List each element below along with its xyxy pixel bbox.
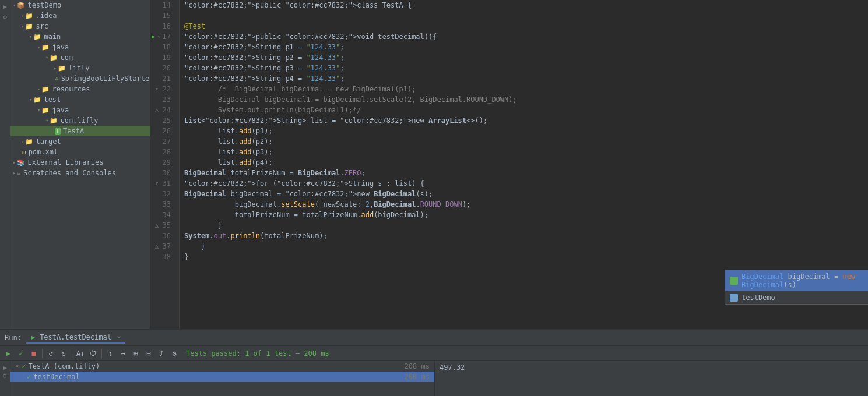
code-line-20[interactable]: "color:#cc7832;">String p3 = "124.33";	[184, 63, 868, 73]
code-line-22[interactable]: /* BigDecimal bigDecimal = new BigDecima…	[184, 84, 868, 94]
code-line-33[interactable]: bigDecimal.setScale( newScale: 2,BigDeci…	[184, 199, 868, 210]
line-num-23: 23	[150, 94, 174, 105]
tree-label-com: com	[60, 54, 73, 62]
popup-item-icon-0	[730, 277, 738, 285]
run-tab-testdecimal[interactable]: ▶ TestA.testDecimal ✕	[26, 332, 125, 344]
tree-item-idea[interactable]: ▸📁.idea	[10, 10, 150, 21]
code-line-31[interactable]: "color:#cc7832;">for ("color:#cc7832;">S…	[184, 178, 868, 189]
tree-item-testdemo[interactable]: ▾📦testDemo	[10, 0, 150, 10]
code-line-17[interactable]: "color:#cc7832;">public "color:#cc7832;"…	[184, 31, 868, 42]
code-line-27[interactable]: list.add(p2);	[184, 136, 868, 147]
code-line-38[interactable]: }	[184, 252, 868, 262]
code-line-19[interactable]: "color:#cc7832;">String p2 = "124.33";	[184, 52, 868, 63]
tree-item-com[interactable]: ▾📁com	[10, 52, 150, 63]
fold-icon-31[interactable]: ▿	[155, 178, 159, 189]
sort-dur-button[interactable]: ⏱	[87, 348, 99, 359]
bottom-left-gutter: ▶ ⊕	[0, 361, 10, 396]
code-line-14[interactable]: "color:#cc7832;">public "color:#cc7832;"…	[184, 0, 868, 10]
code-line-35[interactable]: }	[184, 220, 868, 231]
diff-button[interactable]: ⊞	[130, 348, 142, 359]
code-line-32[interactable]: BigDecimal bigDecimal = "color:#cc7832;"…	[184, 189, 868, 199]
main-area: ▶ ⚙ ▾📦testDemo▸📁.idea▾📁src▾📁main▾📁java▾📁…	[0, 0, 868, 329]
code-line-30[interactable]: BigDecimal totalPrizeNum = BigDecimal.ZE…	[184, 168, 868, 178]
tree-icon-target: 📁	[25, 138, 33, 146]
sort-alpha-button[interactable]: A↓	[75, 348, 86, 359]
tree-item-com-lifly[interactable]: ▾📁com.lifly	[10, 115, 150, 126]
nav-icon-1[interactable]: ▶	[1, 2, 9, 10]
autocomplete-popup: BigDecimal bigDecimal = new BigDecimal(s…	[725, 270, 868, 305]
tree-label-scratches: Scratches and Consoles	[23, 169, 116, 177]
code-line-28[interactable]: list.add(p3);	[184, 147, 868, 157]
fold-icon-22[interactable]: ▿	[155, 84, 159, 94]
run-gutter-icon-2[interactable]: ⊕	[1, 372, 9, 380]
run-gutter-icon-1[interactable]: ▶	[1, 363, 9, 372]
code-line-34[interactable]: totalPrizeNum = totalPrizeNum.add(bigDec…	[184, 210, 868, 220]
tree-view-button[interactable]: ⊟	[143, 348, 154, 359]
run-gutter-icon[interactable]: ▶	[152, 31, 155, 42]
line-numbers: 141516▶▿1718192021▿2223△24252627282930▿3…	[150, 0, 180, 329]
tree-item-resources[interactable]: ▸📁resources	[10, 84, 150, 94]
popup-item-1[interactable]: testDemo⋮	[725, 291, 868, 304]
line-num-20: 20	[150, 63, 174, 73]
tree-item-java-test[interactable]: ▾📁java	[10, 105, 150, 115]
tree-icon-pom: m	[22, 148, 26, 156]
fold-end-icon-24[interactable]: △	[155, 105, 159, 115]
tree-item-test[interactable]: ▾📁test	[10, 94, 150, 105]
code-line-21[interactable]: "color:#cc7832;">String p4 = "124.33";	[184, 73, 868, 84]
code-line-26[interactable]: list.add(p1);	[184, 126, 868, 136]
nav-icon-2[interactable]: ⚙	[1, 13, 9, 21]
line-num-24: △24	[150, 105, 174, 115]
code-line-24[interactable]: System.out.println(bigDecimal1);*/	[184, 105, 868, 115]
run-play-button[interactable]: ▶	[2, 348, 14, 359]
tree-item-extlibs[interactable]: ▸📚External Libraries	[10, 157, 150, 168]
code-line-29[interactable]: list.add(p4);	[184, 157, 868, 168]
line-num-26: 26	[150, 126, 174, 136]
run-tab-label: TestA.testDecimal	[40, 333, 111, 341]
code-line-15[interactable]	[184, 10, 868, 21]
line-num-19: 19	[150, 52, 174, 63]
line-num-34: 34	[150, 210, 174, 220]
tree-item-scratches[interactable]: ▸✏Scratches and Consoles	[10, 168, 150, 178]
code-line-18[interactable]: "color:#cc7832;">String p1 = "124.33";	[184, 42, 868, 52]
code-line-37[interactable]: }	[184, 241, 868, 252]
popup-item-label-1: testDemo	[742, 294, 868, 302]
run-tab-close[interactable]: ✕	[117, 334, 121, 340]
tree-label-test: test	[44, 96, 61, 104]
toolbar-sep-2	[72, 349, 72, 358]
fold-end-icon-37[interactable]: △	[155, 241, 159, 252]
code-line-23[interactable]: BigDecimal bigDecimal1 = bigDecimal.setS…	[184, 94, 868, 105]
expand-button[interactable]: ↕	[104, 348, 116, 359]
run-tree-item-1[interactable]: ✓testDecimal208 ms	[10, 372, 434, 382]
toolbar-sep-1	[42, 349, 43, 358]
tree-item-testa[interactable]: TTestA	[10, 126, 150, 136]
fold-end-icon-35[interactable]: △	[155, 220, 159, 231]
export-button[interactable]: ⤴	[156, 348, 167, 359]
collapse-button[interactable]: ↔	[117, 348, 129, 359]
tree-icon-testdemo: 📦	[17, 2, 25, 9]
tree-item-java-main[interactable]: ▾📁java	[10, 42, 150, 52]
run-tree-item-0[interactable]: ▾✓TestA (com.lifly)208 ms	[10, 361, 434, 372]
code-line-25[interactable]: List<"color:#cc7832;">String> list = "co…	[184, 115, 868, 126]
tree-icon-testa: T	[55, 128, 61, 135]
pass-status: Tests passed: 1 of 1 test – 208 ms	[186, 349, 329, 358]
tree-label-springbootstarter: SpringBootLiFlyStarter	[61, 75, 150, 83]
run-check-button[interactable]: ✓	[15, 348, 27, 359]
popup-item-icon-1	[730, 294, 738, 302]
run-rerun-failed-button[interactable]: ↻	[58, 348, 69, 359]
tree-item-src[interactable]: ▾📁src	[10, 21, 150, 31]
popup-item-0[interactable]: BigDecimal bigDecimal = new BigDecimal(s…	[725, 270, 868, 291]
run-stop-button[interactable]: ■	[28, 348, 40, 359]
code-line-36[interactable]: System.out.println(totalPrizeNum);	[184, 231, 868, 241]
tree-item-pom[interactable]: mpom.xml	[10, 147, 150, 157]
line-num-37: △37	[150, 241, 174, 252]
tree-item-main[interactable]: ▾📁main	[10, 31, 150, 42]
settings-button[interactable]: ⚙	[168, 348, 180, 359]
tree-label-idea: .idea	[36, 12, 57, 20]
tree-item-lifly[interactable]: ▸📁lifly	[10, 63, 150, 73]
tree-item-target[interactable]: ▸📁target	[10, 136, 150, 147]
code-line-16[interactable]: @Test	[184, 21, 868, 31]
run-tree-label-1: testDecimal	[33, 373, 79, 381]
tree-item-springbootstarter[interactable]: ☘SpringBootLiFlyStarter	[10, 73, 150, 84]
run-rerun-button[interactable]: ↺	[45, 348, 57, 359]
tree-label-testa: TestA	[63, 127, 84, 135]
